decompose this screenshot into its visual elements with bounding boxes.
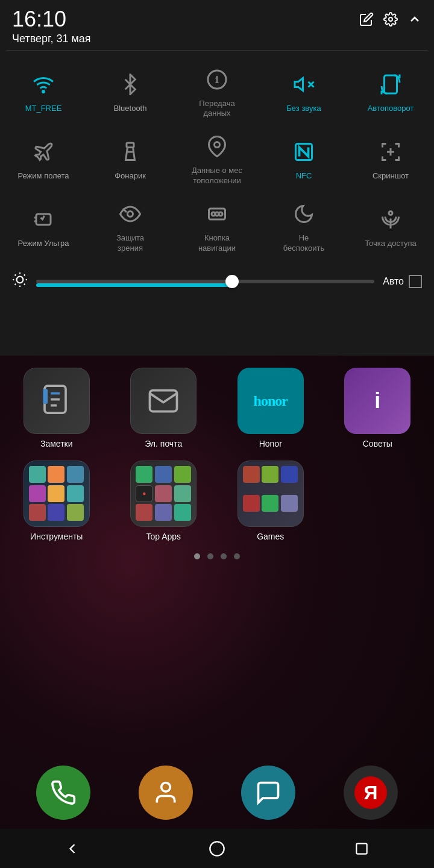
games-icon bbox=[237, 461, 304, 527]
edit-icon[interactable] bbox=[359, 12, 374, 30]
brightness-sun-icon bbox=[12, 272, 28, 291]
topapps-label: Top Apps bbox=[146, 532, 181, 541]
brightness-auto-label: Авто bbox=[383, 276, 404, 287]
qs-eyeprotect[interactable]: Защитазрения bbox=[87, 192, 174, 260]
svg-point-1 bbox=[43, 91, 45, 93]
eye-protect-icon bbox=[115, 198, 146, 230]
tips-label: Советы bbox=[363, 439, 392, 448]
phone-icon bbox=[36, 766, 90, 820]
bluetooth-icon bbox=[115, 69, 146, 100]
svg-line-30 bbox=[24, 284, 25, 285]
qs-wifi[interactable]: MT_FREE bbox=[0, 58, 87, 125]
page-indicator bbox=[6, 553, 428, 559]
nav-recent-button[interactable] bbox=[338, 837, 386, 861]
page-dot-2 bbox=[207, 553, 213, 559]
qs-bluetooth[interactable]: Bluetooth bbox=[87, 58, 174, 125]
date-display: Четверг, 31 мая bbox=[12, 33, 91, 45]
notification-panel: 16:10 Четверг, 31 мая bbox=[0, 0, 434, 356]
qs-hotspot[interactable]: Точка доступа bbox=[347, 192, 434, 260]
svg-line-19 bbox=[123, 209, 127, 212]
brightness-auto-checkbox[interactable] bbox=[409, 275, 422, 288]
nav-back-button[interactable] bbox=[48, 837, 96, 861]
qs-dnd-label: Небеспокоить bbox=[283, 233, 324, 254]
qs-wifi-label: MT_FREE bbox=[25, 104, 62, 114]
app-notes[interactable]: Заметки bbox=[6, 368, 107, 448]
messages-icon bbox=[241, 766, 295, 820]
quick-settings-grid: MT_FREE Bluetooth 1 Передачаданных bbox=[0, 51, 434, 267]
settings-icon[interactable] bbox=[383, 12, 398, 30]
dock-contacts[interactable] bbox=[139, 766, 193, 820]
nav-home-button[interactable] bbox=[193, 837, 241, 861]
app-tips[interactable]: i Советы bbox=[327, 368, 429, 448]
svg-point-41 bbox=[162, 783, 171, 792]
nav-bar bbox=[0, 829, 434, 868]
app-tools[interactable]: Инструменты bbox=[6, 461, 107, 541]
nav-button-icon bbox=[201, 198, 233, 230]
ultra-icon bbox=[28, 204, 59, 235]
brightness-auto-row: Авто bbox=[383, 275, 422, 288]
dock: Я bbox=[0, 760, 434, 826]
brightness-thumb bbox=[225, 275, 239, 288]
data-icon: 1 bbox=[201, 64, 233, 95]
qs-airplane[interactable]: Режим полета bbox=[0, 125, 87, 192]
dock-browser[interactable]: Я bbox=[344, 766, 398, 820]
qs-screenshot[interactable]: Скриншот bbox=[347, 125, 434, 192]
honor-icon: honor bbox=[237, 368, 304, 434]
svg-rect-39 bbox=[43, 389, 48, 404]
page-dot-3 bbox=[221, 553, 227, 559]
qs-airplane-label: Режим полета bbox=[17, 171, 69, 181]
hotspot-icon bbox=[375, 204, 406, 235]
qs-dnd[interactable]: Небеспокоить bbox=[260, 192, 347, 260]
location-icon bbox=[201, 131, 233, 162]
flashlight-icon bbox=[115, 136, 146, 168]
svg-rect-9 bbox=[127, 143, 134, 148]
brightness-row: Авто bbox=[0, 267, 434, 298]
svg-point-44 bbox=[210, 841, 224, 855]
qs-flashlight[interactable]: Фонарик bbox=[87, 125, 174, 192]
svg-line-34 bbox=[24, 275, 25, 276]
dnd-icon bbox=[288, 198, 319, 230]
brightness-fill bbox=[36, 283, 232, 287]
silent-icon bbox=[288, 69, 319, 100]
qs-hotspot-label: Точка доступа bbox=[365, 239, 417, 249]
contacts-icon bbox=[139, 766, 193, 820]
svg-rect-45 bbox=[356, 843, 366, 854]
qs-location[interactable]: Данные о местоположении bbox=[174, 125, 260, 192]
app-topapps[interactable]: ● Top Apps bbox=[113, 461, 215, 541]
app-email[interactable]: Эл. почта bbox=[113, 368, 215, 448]
svg-point-26 bbox=[17, 277, 24, 283]
qs-ultra[interactable]: Режим Ультра bbox=[0, 192, 87, 260]
email-icon bbox=[130, 368, 197, 434]
qs-flashlight-label: Фонарик bbox=[115, 171, 146, 181]
qs-silent[interactable]: Без звука bbox=[260, 58, 347, 125]
qs-ultra-label: Режим Ультра bbox=[18, 239, 69, 249]
games-label: Games bbox=[257, 532, 284, 541]
app-games[interactable]: Games bbox=[220, 461, 321, 541]
app-honor[interactable]: honor Honor bbox=[220, 368, 321, 448]
qs-navbutton-label: Кнопканавигации bbox=[198, 233, 236, 254]
qs-nfc-label: NFC bbox=[296, 171, 312, 181]
notes-label: Заметки bbox=[40, 439, 73, 448]
nfc-icon bbox=[288, 136, 319, 168]
svg-rect-8 bbox=[385, 75, 397, 93]
collapse-icon[interactable] bbox=[407, 12, 422, 30]
svg-point-0 bbox=[389, 17, 392, 21]
page-dot-1 bbox=[194, 553, 200, 559]
svg-point-24 bbox=[389, 211, 392, 215]
dock-phone[interactable] bbox=[36, 766, 90, 820]
qs-autorotate[interactable]: Автоповорот bbox=[347, 58, 434, 125]
honor-label: Honor bbox=[259, 439, 282, 448]
qs-data[interactable]: 1 Передачаданных bbox=[174, 58, 260, 125]
qs-navbutton[interactable]: Кнопканавигации bbox=[174, 192, 260, 260]
dock-messages[interactable] bbox=[241, 766, 295, 820]
browser-icon: Я bbox=[344, 766, 398, 820]
autorotate-icon bbox=[375, 69, 406, 100]
tools-icon bbox=[24, 461, 90, 527]
brightness-slider[interactable] bbox=[36, 280, 374, 283]
notes-icon bbox=[24, 368, 90, 434]
tools-label: Инструменты bbox=[30, 532, 83, 541]
svg-point-18 bbox=[128, 212, 133, 217]
qs-nfc[interactable]: NFC bbox=[260, 125, 347, 192]
svg-point-23 bbox=[219, 212, 222, 216]
status-action-icons bbox=[359, 7, 422, 30]
